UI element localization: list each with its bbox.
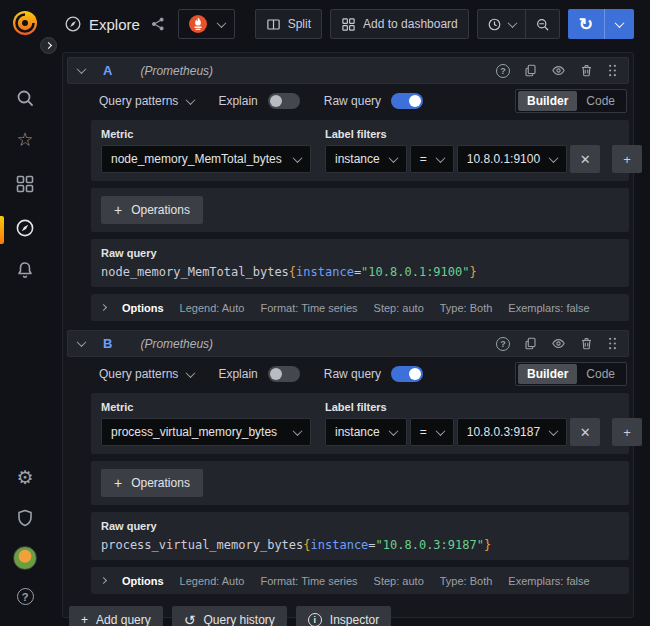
close-icon: ✕ (580, 152, 591, 167)
chevron-down-icon (216, 18, 226, 28)
time-picker-button[interactable] (478, 10, 525, 38)
builder-mode-button[interactable]: Builder (518, 91, 577, 111)
code-mode-button[interactable]: Code (577, 364, 624, 384)
zoom-out-icon (535, 17, 550, 32)
raw-query-title: Raw query (101, 247, 619, 259)
split-button[interactable]: Split (255, 9, 322, 39)
remove-query-trash-icon[interactable] (579, 336, 594, 351)
query-help-icon[interactable]: ? (496, 64, 510, 78)
raw-query-code: process_virtual_memory_bytes{instance="1… (101, 538, 619, 552)
builder-mode-button[interactable]: Builder (518, 364, 577, 384)
dashboard-grid-icon (341, 17, 356, 32)
filter-operator-select[interactable]: = (410, 418, 454, 446)
query-patterns-dropdown[interactable]: Query patterns (99, 367, 194, 381)
options-step: Step: auto (374, 302, 424, 314)
drag-handle-icon[interactable] (607, 63, 618, 78)
datasource-picker[interactable] (178, 9, 235, 39)
page-title-text: Explore (89, 16, 140, 33)
query-patterns-dropdown[interactable]: Query patterns (99, 94, 194, 108)
duplicate-query-icon[interactable] (523, 336, 538, 351)
collapse-chevron-icon[interactable] (77, 337, 87, 347)
history-icon: ↺ (184, 613, 196, 626)
query-b-header[interactable]: B (Prometheus) ? (67, 330, 629, 357)
query-history-button[interactable]: ↺ Query history (172, 606, 287, 626)
search-icon[interactable] (0, 88, 50, 108)
explain-toggle-label: Explain (218, 367, 257, 381)
refresh-icon: ↻ (579, 16, 593, 33)
add-filter-button[interactable]: + (612, 418, 642, 446)
query-a-operations-section: + Operations (91, 188, 629, 232)
drag-handle-icon[interactable] (607, 336, 618, 351)
filter-label-select[interactable]: instance (325, 145, 407, 173)
explore-pane: A (Prometheus) ? (62, 52, 634, 618)
chevron-down-icon (549, 153, 559, 163)
sidebar-expand-button[interactable] (40, 37, 57, 54)
options-format: Format: Time series (260, 302, 357, 314)
starred-icon[interactable]: ☆ (0, 130, 50, 150)
query-a-header[interactable]: A (Prometheus) ? (67, 57, 629, 84)
raw-query-toggle-label: Raw query (324, 94, 381, 108)
chevron-right-icon[interactable] (100, 577, 107, 584)
explain-toggle[interactable] (268, 366, 300, 382)
collapse-chevron-icon[interactable] (77, 64, 87, 74)
split-icon (266, 17, 281, 32)
remove-filter-button[interactable]: ✕ (570, 145, 600, 173)
run-query-group: ↻ (568, 9, 634, 39)
filter-value-select[interactable]: 10.8.0.3:9187 (457, 418, 567, 446)
operations-button[interactable]: + Operations (101, 469, 203, 497)
filter-operator-select[interactable]: = (410, 145, 454, 173)
topbar: Explore Split Add to dash (50, 0, 650, 48)
hide-query-eye-icon[interactable] (551, 63, 566, 78)
user-avatar[interactable] (0, 546, 50, 570)
raw-query-toggle[interactable] (391, 93, 423, 109)
query-a-toolbar: Query patterns Explain Raw query Builder… (99, 89, 627, 113)
code-mode-button[interactable]: Code (577, 91, 624, 111)
zoom-out-button[interactable] (526, 10, 559, 38)
help-icon[interactable]: ? (0, 588, 50, 605)
options-toggle[interactable]: Options (122, 302, 164, 314)
filter-value-select[interactable]: 10.8.0.1:9100 (457, 145, 567, 173)
sidebar: ☆ ⚙ ? (0, 0, 50, 626)
explain-toggle[interactable] (268, 93, 300, 109)
chevron-down-icon (435, 153, 445, 163)
explore-title-compass-icon (64, 15, 82, 33)
hide-query-eye-icon[interactable] (551, 336, 566, 351)
metric-label: Metric (101, 128, 311, 140)
run-query-interval-button[interactable] (605, 9, 634, 39)
remove-query-trash-icon[interactable] (579, 63, 594, 78)
duplicate-query-icon[interactable] (523, 63, 538, 78)
run-query-button[interactable]: ↻ (568, 9, 604, 39)
label-filters-label: Label filters (325, 128, 642, 140)
inspector-button[interactable]: i Inspector (296, 606, 391, 626)
operations-button[interactable]: + Operations (101, 196, 203, 224)
add-to-dashboard-button[interactable]: Add to dashboard (330, 9, 469, 39)
chevron-down-icon (186, 368, 196, 378)
add-to-dashboard-label: Add to dashboard (363, 17, 458, 31)
raw-query-code: node_memory_MemTotal_bytes{instance="10.… (101, 265, 619, 279)
settings-gear-icon[interactable]: ⚙ (0, 468, 50, 488)
metric-select[interactable]: process_virtual_memory_bytes (101, 418, 311, 446)
query-help-icon[interactable]: ? (496, 337, 510, 351)
chevron-down-icon (549, 426, 559, 436)
remove-filter-button[interactable]: ✕ (570, 418, 600, 446)
admin-shield-icon[interactable] (0, 508, 50, 528)
query-datasource-label: (Prometheus) (140, 64, 213, 78)
dashboards-icon[interactable] (0, 174, 50, 194)
options-toggle[interactable]: Options (122, 575, 164, 587)
share-icon[interactable] (150, 16, 166, 32)
alerting-bell-icon[interactable] (0, 260, 50, 280)
query-b-options-row: Options Legend: Auto Format: Time series… (91, 567, 629, 594)
add-query-button[interactable]: + Add query (69, 606, 163, 626)
filter-label-select[interactable]: instance (325, 418, 407, 446)
editor-mode-switch: Builder Code (515, 362, 627, 386)
add-filter-button[interactable]: + (612, 145, 642, 173)
query-a-raw-query-section: Raw query node_memory_MemTotal_bytes{ins… (91, 239, 629, 287)
raw-query-toggle[interactable] (391, 366, 423, 382)
chevron-right-icon[interactable] (100, 304, 107, 311)
grafana-logo-icon[interactable] (11, 9, 39, 37)
label-filters-label: Label filters (325, 401, 642, 413)
metric-select[interactable]: node_memory_MemTotal_bytes (101, 145, 311, 173)
query-b-toolbar: Query patterns Explain Raw query Builder… (99, 362, 627, 386)
options-format: Format: Time series (260, 575, 357, 587)
explore-compass-icon[interactable] (0, 218, 50, 238)
